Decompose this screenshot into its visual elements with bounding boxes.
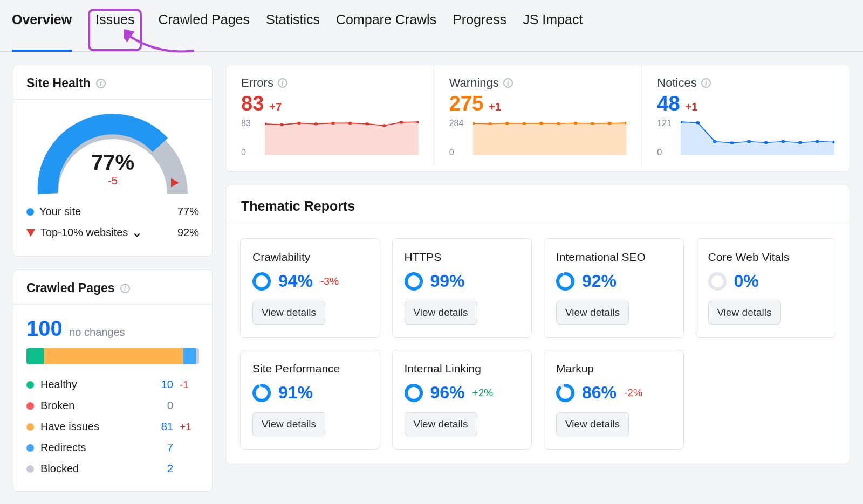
breakdown-value[interactable]: 7 <box>154 441 173 454</box>
svg-point-13 <box>505 122 509 125</box>
svg-point-14 <box>522 122 526 125</box>
report-card-markup: Markup 86% -2% View details <box>544 350 684 450</box>
issue-title-text: Notices <box>657 76 696 90</box>
tab-js-impact[interactable]: JS Impact <box>523 12 583 51</box>
info-icon[interactable]: i <box>120 284 130 293</box>
issue-col-warnings[interactable]: Warnings i 275 +1 284 0 <box>434 65 642 166</box>
svg-point-37 <box>710 274 725 289</box>
view-details-button[interactable]: View details <box>708 301 781 325</box>
report-delta: -2% <box>624 387 642 399</box>
svg-point-29 <box>816 140 819 143</box>
report-card-international-seo: International SEO 92% View details <box>544 238 684 338</box>
tab-compare-crawls[interactable]: Compare Crawls <box>336 12 436 51</box>
bar-segment-redirects <box>183 348 195 364</box>
tab-progress[interactable]: Progress <box>453 12 506 51</box>
breakdown-label: Blocked <box>40 462 147 475</box>
issue-col-notices[interactable]: Notices i 48 +1 121 0 <box>641 65 850 166</box>
tab-issues[interactable]: Issues <box>95 12 134 39</box>
breakdown-delta: +1 <box>180 421 199 433</box>
tab-crawled-pages[interactable]: Crawled Pages <box>158 12 250 51</box>
thematic-reports-card: Thematic Reports Crawlability 94% -3% Vi… <box>225 185 850 464</box>
tab-overview[interactable]: Overview <box>12 12 72 51</box>
spark-max-label: 284 <box>449 119 464 128</box>
info-icon[interactable]: i <box>278 78 287 88</box>
issue-sparkline: 83 0 <box>241 121 419 155</box>
dot-icon <box>26 402 34 410</box>
breakdown-row-broken: Broken0 <box>26 395 199 416</box>
breakdown-value[interactable]: 0 <box>154 399 173 412</box>
tab-bar: OverviewIssuesCrawled PagesStatisticsCom… <box>0 0 863 52</box>
svg-point-36 <box>558 274 573 289</box>
breakdown-row-healthy: Healthy10-1 <box>26 374 199 395</box>
issue-count: 83 <box>241 92 264 115</box>
progress-ring-icon <box>556 272 574 291</box>
issue-col-errors[interactable]: Errors i 83 +7 83 0 <box>226 65 434 166</box>
progress-ring-icon <box>252 384 271 402</box>
report-pct: 0% <box>734 271 759 291</box>
spark-min-label: 0 <box>449 148 454 157</box>
view-details-button[interactable]: View details <box>556 301 629 325</box>
report-delta: +2% <box>472 387 494 399</box>
view-details-button[interactable]: View details <box>252 412 325 436</box>
svg-point-16 <box>556 122 560 125</box>
site-health-card: Site Health i 77% -5 Your site 77% <box>13 65 213 257</box>
svg-point-2 <box>280 123 284 126</box>
view-details-button[interactable]: View details <box>405 412 477 436</box>
report-title: Core Web Vitals <box>708 251 824 264</box>
svg-point-26 <box>764 141 768 144</box>
svg-point-18 <box>591 122 594 125</box>
view-details-button[interactable]: View details <box>252 301 325 325</box>
report-pct: 94% <box>278 271 313 291</box>
issue-sparkline: 121 0 <box>657 121 834 155</box>
issue-delta: +1 <box>489 101 501 113</box>
breakdown-label: Healthy <box>40 378 147 391</box>
dot-icon <box>26 423 34 431</box>
site-health-delta: -5 <box>108 175 118 187</box>
issue-count: 48 <box>657 92 680 115</box>
report-card-site-performance: Site Performance 91% View details <box>240 350 380 450</box>
report-pct: 86% <box>582 383 617 403</box>
dot-icon <box>26 444 34 452</box>
svg-point-7 <box>365 122 369 125</box>
svg-point-40 <box>254 385 269 401</box>
crawled-pages-card: Crawled Pages i 100 no changes Healthy10… <box>13 270 213 492</box>
triangle-down-icon <box>26 229 35 237</box>
report-title: Markup <box>556 362 672 375</box>
svg-point-8 <box>382 124 386 127</box>
svg-point-24 <box>730 141 734 144</box>
issue-count: 275 <box>449 92 483 115</box>
info-icon[interactable]: i <box>701 78 711 88</box>
issue-title-text: Warnings <box>449 76 499 90</box>
breakdown-label: Have issues <box>40 420 147 433</box>
tab-statistics[interactable]: Statistics <box>266 12 320 51</box>
issue-delta: +7 <box>269 101 282 113</box>
breakdown-value[interactable]: 10 <box>154 378 173 391</box>
info-icon[interactable]: i <box>96 79 106 88</box>
spark-min-label: 0 <box>657 148 662 157</box>
view-details-button[interactable]: View details <box>405 301 477 325</box>
breakdown-value[interactable]: 2 <box>154 462 173 475</box>
svg-point-5 <box>331 122 335 125</box>
info-icon[interactable]: i <box>503 78 513 88</box>
breakdown-value[interactable]: 81 <box>154 420 173 433</box>
thematic-reports-title: Thematic Reports <box>241 198 355 213</box>
spark-min-label: 0 <box>241 148 246 157</box>
svg-point-22 <box>696 121 700 124</box>
svg-point-44 <box>558 385 573 401</box>
legend-top10[interactable]: Top-10% websites 92% <box>26 222 199 243</box>
progress-ring-icon <box>556 384 574 402</box>
report-title: International SEO <box>556 251 672 264</box>
svg-point-42 <box>406 385 421 401</box>
breakdown-label: Redirects <box>40 441 147 454</box>
svg-point-32 <box>254 274 269 289</box>
bar-segment-healthy <box>26 348 44 364</box>
spark-max-label: 121 <box>657 119 672 128</box>
thematic-reports-grid: Crawlability 94% -3% View details HTTPS … <box>226 224 850 464</box>
view-details-button[interactable]: View details <box>556 412 629 436</box>
report-pct: 91% <box>278 383 313 403</box>
tab-highlight: Issues <box>88 9 142 51</box>
report-title: Internal Linking <box>405 362 520 375</box>
legend-your-site: Your site 77% <box>26 201 199 222</box>
site-health-value: 77% <box>91 150 134 175</box>
report-pct: 92% <box>582 271 617 291</box>
